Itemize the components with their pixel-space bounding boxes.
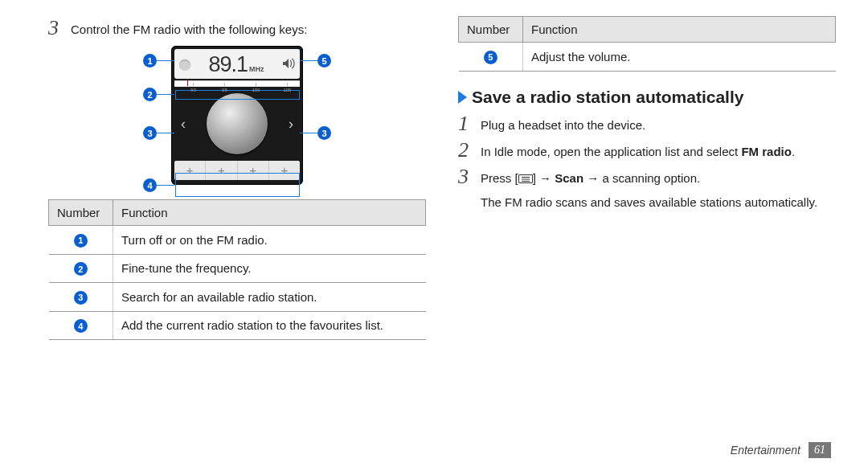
tuning-dial[interactable] — [207, 93, 268, 154]
callout-4: 4 — [143, 178, 174, 192]
header-function: Function — [523, 17, 836, 43]
fm-radio-app: 89.1MHz 90 95 100 105 ‹ — [171, 46, 303, 185]
manual-page: 3 Control the FM radio with the followin… — [0, 0, 868, 471]
add-favourite-button[interactable]: + — [174, 161, 206, 180]
left-column: 3 Control the FM radio with the followin… — [48, 16, 426, 340]
step-number: 2 — [458, 141, 474, 159]
callout-badge: 5 — [317, 54, 331, 68]
text: ] → — [533, 171, 555, 185]
scale-label: 105 — [283, 88, 291, 92]
callout-leader-line — [157, 133, 174, 133]
fm-radio-illustration: 1 2 3 4 5 — [133, 46, 342, 185]
frequency-value: 89.1 — [208, 52, 248, 76]
menu-key-icon — [518, 174, 533, 183]
callout-leader-line — [157, 60, 174, 61]
step-1-plug: 1 Plug a headset into the device. — [458, 115, 836, 133]
step-text: In Idle mode, open the application list … — [481, 141, 795, 160]
table-row: 2 Fine-tune the frequency. — [49, 254, 426, 283]
add-favourite-button[interactable]: + — [238, 161, 269, 180]
row-function: Fine-tune the frequency. — [113, 254, 426, 283]
section-heading: Save a radio station automatically — [458, 88, 836, 107]
frequency-display: 89.1MHz — [208, 52, 264, 77]
row-badge: 4 — [74, 319, 88, 333]
text: . — [792, 145, 795, 158]
power-icon[interactable] — [179, 59, 190, 71]
row-function: Add the current radio station to the fav… — [113, 311, 426, 340]
volume-icon[interactable] — [282, 58, 295, 72]
callout-leader-line — [300, 60, 317, 61]
row-badge: 1 — [74, 234, 88, 248]
two-column-layout: 3 Control the FM radio with the followin… — [48, 16, 836, 340]
callout-leader-line — [157, 185, 174, 186]
frequency-scale[interactable]: 90 95 100 105 — [174, 80, 300, 87]
row-function: Adjust the volume. — [523, 43, 836, 72]
row-badge: 2 — [74, 262, 88, 276]
row-badge: 5 — [484, 51, 497, 64]
tuning-dial-zone: ‹ › — [174, 87, 300, 161]
table-row: 4 Add the current radio station to the f… — [49, 311, 426, 340]
radio-top-panel: 89.1MHz — [174, 49, 300, 79]
callout-2: 2 — [143, 88, 174, 101]
step-3-control: 3 Control the FM radio with the followin… — [48, 19, 426, 38]
tuning-needle — [187, 80, 188, 86]
right-column: Number Function 5 Adjust the volume. Sav… — [458, 16, 836, 340]
step-text: Control the FM radio with the following … — [71, 19, 307, 38]
page-number: 61 — [809, 442, 831, 458]
table-row: 1 Turn off or on the FM radio. — [49, 226, 426, 255]
table-header-row: Number Function — [459, 17, 836, 43]
key-function-table-right: Number Function 5 Adjust the volume. — [458, 16, 836, 72]
chevron-right-icon — [458, 91, 467, 104]
row-badge: 3 — [74, 291, 88, 305]
scale-label: 90 — [190, 88, 196, 92]
table-row: 3 Search for an available radio station. — [49, 283, 426, 312]
row-function: Turn off or on the FM radio. — [113, 226, 426, 255]
callout-badge: 3 — [317, 126, 331, 140]
scale-label: 100 — [252, 88, 260, 92]
table-header-row: Number Function — [49, 200, 426, 226]
seek-prev-icon[interactable]: ‹ — [178, 108, 189, 141]
header-number: Number — [459, 17, 523, 43]
bold-text: Scan — [555, 171, 583, 185]
callout-badge: 3 — [143, 126, 157, 140]
add-favourite-button[interactable]: + — [206, 161, 237, 180]
text: Press [ — [481, 171, 518, 185]
row-function: Search for an available radio station. — [113, 283, 426, 312]
bold-text: FM radio — [741, 145, 792, 158]
step-3-scan: 3 Press [] → Scan → a scanning option. — [458, 168, 836, 186]
scale-label: 95 — [222, 88, 227, 92]
page-footer: Entertainment 61 — [731, 442, 831, 458]
callout-1: 1 — [143, 54, 174, 68]
step-number: 3 — [458, 168, 474, 186]
seek-next-icon[interactable]: › — [285, 108, 297, 141]
step-3-substep: The FM radio scans and saves available s… — [481, 195, 836, 211]
step-text: Press [] → Scan → a scanning option. — [481, 168, 700, 186]
step-2-idle: 2 In Idle mode, open the application lis… — [458, 141, 836, 160]
step-text: Plug a headset into the device. — [481, 115, 645, 133]
add-favourite-button[interactable]: + — [269, 161, 300, 180]
chapter-name: Entertainment — [731, 444, 800, 457]
callout-3-left: 3 — [143, 126, 174, 140]
callout-badge: 1 — [143, 54, 157, 68]
frequency-unit: MHz — [249, 65, 264, 73]
section-title: Save a radio station automatically — [472, 88, 743, 107]
callout-3-right: 3 — [300, 126, 331, 140]
key-function-table-left: Number Function 1 Turn off or on the FM … — [48, 199, 426, 340]
favourites-row: + + + + — [174, 161, 300, 180]
callout-badge: 2 — [143, 88, 157, 101]
step-number: 3 — [48, 19, 64, 37]
callout-5: 5 — [300, 54, 331, 68]
callout-badge: 4 — [143, 178, 157, 192]
table-row: 5 Adjust the volume. — [459, 43, 836, 72]
header-number: Number — [49, 200, 113, 226]
text: In Idle mode, open the application list … — [481, 145, 741, 158]
step-number: 1 — [458, 115, 474, 133]
callout-leader-line — [157, 94, 174, 95]
callout-leader-line — [300, 133, 317, 133]
text: → a scanning option. — [583, 171, 700, 185]
header-function: Function — [113, 200, 426, 226]
